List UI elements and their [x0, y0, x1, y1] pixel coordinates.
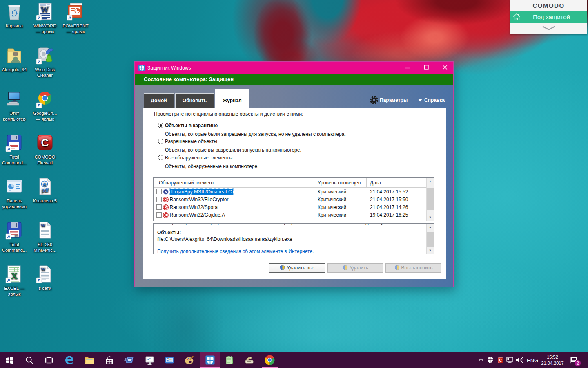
svg-text:pdf: pdf	[42, 188, 49, 193]
svg-text:X: X	[11, 271, 18, 281]
svg-text:e: e	[43, 181, 46, 187]
svg-text:W: W	[40, 5, 49, 14]
svg-text:C: C	[499, 358, 502, 363]
svg-text:Б4-: Б4-	[15, 234, 19, 237]
svg-text:W: W	[41, 267, 45, 272]
svg-text:C: C	[41, 137, 49, 149]
svg-text:W: W	[41, 223, 45, 228]
